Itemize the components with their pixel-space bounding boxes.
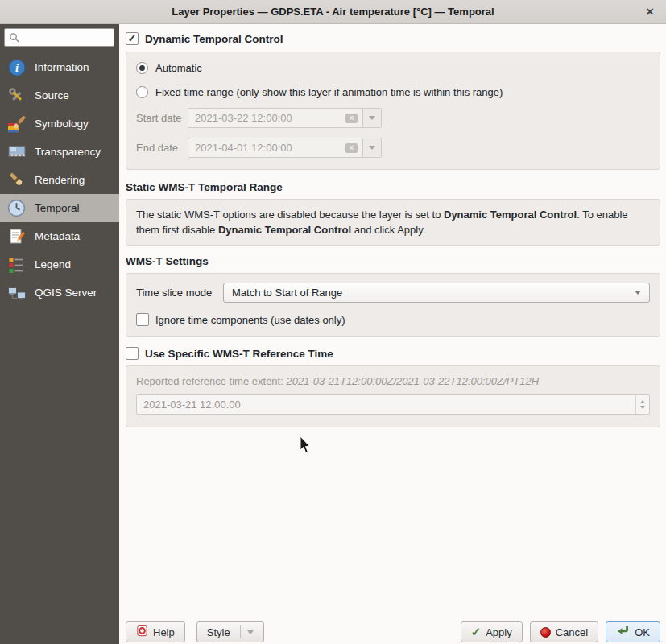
- fixed-range-radio-row: Fixed time range (only show this layer i…: [136, 86, 650, 98]
- search-wrap: [4, 28, 114, 47]
- wmst-settings-heading: WMS-T Settings: [126, 255, 660, 267]
- start-date-label: Start date: [136, 112, 188, 124]
- help-label: Help: [153, 626, 175, 638]
- search-input[interactable]: [4, 28, 114, 47]
- button-separator: [240, 625, 241, 638]
- chevron-down-icon: [247, 630, 254, 634]
- brush-icon: [6, 169, 27, 191]
- sidebar-item-source[interactable]: Source: [0, 81, 119, 109]
- reference-datetime-input: 2021-03-21 12:00:00: [136, 394, 650, 415]
- sidebar-item-symbology[interactable]: Symbology: [0, 109, 119, 138]
- cancel-label: Cancel: [556, 626, 588, 638]
- ignore-time-row: Ignore time components (use dates only): [136, 313, 650, 326]
- fixed-range-radio[interactable]: [136, 86, 148, 98]
- clock-icon: [6, 197, 27, 219]
- time-slice-combobox[interactable]: Match to Start of Range: [223, 283, 650, 303]
- end-date-label: End date: [136, 142, 188, 154]
- ok-button[interactable]: OK: [606, 621, 660, 642]
- apply-button[interactable]: ✓ Apply: [461, 621, 523, 642]
- footer-buttons: Help Style ✓ Apply Cancel OK: [126, 621, 660, 643]
- chevron-down-icon: [369, 116, 375, 120]
- automatic-label: Automatic: [155, 62, 202, 74]
- spinner-buttons: [635, 395, 649, 414]
- start-date-input: 2021-03-22 12:00:00 ×: [188, 108, 363, 128]
- time-slice-row: Time slice mode Match to Start of Range: [136, 283, 650, 303]
- info-icon: i: [6, 56, 27, 78]
- end-date-input: 2021-04-01 12:00:00 ×: [188, 138, 363, 158]
- sidebar-item-label: Source: [35, 89, 69, 101]
- end-date-value: 2021-04-01 12:00:00: [195, 142, 292, 154]
- automatic-radio-row: Automatic: [136, 62, 650, 74]
- cancel-icon: [540, 627, 551, 638]
- reference-time-group: Reported reference time extent: 2021-03-…: [126, 365, 660, 427]
- ignore-time-checkbox[interactable]: [136, 313, 149, 326]
- sidebar-item-legend[interactable]: Legend: [0, 250, 119, 279]
- footer-right: ✓ Apply Cancel OK: [461, 621, 660, 642]
- start-date-value: 2021-03-22 12:00:00: [195, 112, 292, 124]
- extent-label: Reported reference time extent:: [136, 375, 286, 387]
- temporal-panel: ✓ Dynamic Temporal Control Automatic Fix…: [119, 24, 666, 644]
- dynamic-temporal-control-row: ✓ Dynamic Temporal Control: [126, 32, 660, 45]
- ok-arrow-icon: [616, 625, 630, 638]
- sidebar: i Information Source Symbology Transpare…: [0, 24, 119, 644]
- clear-icon: ×: [345, 143, 358, 153]
- spin-up-icon: [640, 400, 645, 403]
- reference-time-checkbox[interactable]: [126, 347, 139, 360]
- static-range-message: The static WMS-T options are disabled be…: [126, 199, 660, 246]
- ok-label: OK: [635, 626, 650, 638]
- sidebar-item-label: Information: [35, 61, 89, 73]
- apply-label: Apply: [486, 626, 512, 638]
- sidebar-item-temporal[interactable]: Temporal: [0, 194, 119, 222]
- chevron-down-icon: [635, 291, 641, 295]
- check-icon: ✓: [471, 625, 482, 639]
- end-date-row: End date 2021-04-01 12:00:00 ×: [136, 138, 650, 158]
- automatic-radio[interactable]: [136, 62, 148, 74]
- help-icon: [136, 625, 148, 639]
- dynamic-temporal-control-checkbox[interactable]: ✓: [126, 32, 139, 45]
- layer-properties-dialog: Layer Properties — GDPS.ETA - Air temper…: [0, 0, 666, 644]
- time-slice-label: Time slice mode: [136, 287, 223, 299]
- sidebar-item-qgis-server[interactable]: QGIS Server: [0, 279, 119, 307]
- message-text: and click Apply.: [351, 224, 425, 236]
- start-date-field: 2021-03-22 12:00:00 ×: [188, 108, 382, 128]
- ignore-time-label: Ignore time components (use dates only): [155, 314, 345, 326]
- sidebar-item-label: Rendering: [35, 174, 85, 186]
- sidebar-item-label: Temporal: [35, 202, 80, 214]
- dialog-title: Layer Properties — GDPS.ETA - Air temper…: [172, 6, 494, 18]
- style-button[interactable]: Style: [196, 621, 264, 642]
- search-icon: [9, 32, 19, 45]
- extent-value: 2021-03-21T12:00:00Z/2021-03-22T12:00:00…: [286, 375, 539, 387]
- wmst-settings-group: Time slice mode Match to Start of Range …: [126, 273, 660, 337]
- cancel-button[interactable]: Cancel: [530, 621, 598, 642]
- paintbrush-palette-icon: [6, 113, 27, 134]
- time-slice-value: Match to Start of Range: [232, 287, 342, 299]
- sidebar-item-information[interactable]: i Information: [0, 53, 119, 81]
- fixed-range-label: Fixed time range (only show this layer i…: [155, 86, 503, 98]
- reference-datetime-value: 2021-03-21 12:00:00: [143, 398, 241, 411]
- help-button[interactable]: Help: [126, 621, 185, 642]
- extent-line: Reported reference time extent: 2021-03-…: [136, 375, 650, 387]
- legend-tree-icon: [6, 254, 27, 275]
- end-date-field: 2021-04-01 12:00:00 ×: [188, 138, 382, 158]
- static-range-heading: Static WMS-T Temporal Range: [126, 181, 660, 193]
- dynamic-control-group: Automatic Fixed time range (only show th…: [126, 52, 660, 170]
- sidebar-item-rendering[interactable]: Rendering: [0, 166, 119, 194]
- sidebar-item-metadata[interactable]: Metadata: [0, 222, 119, 250]
- sidebar-item-label: QGIS Server: [35, 287, 97, 299]
- image-icon: [6, 141, 27, 163]
- sidebar-item-transparency[interactable]: Transparency: [0, 138, 119, 166]
- sidebar-item-label: Legend: [35, 258, 71, 270]
- start-date-dropdown-button: [363, 108, 382, 128]
- message-bold: Dynamic Temporal Control: [444, 208, 577, 221]
- sidebar-item-label: Transparency: [35, 146, 101, 158]
- start-date-row: Start date 2021-03-22 12:00:00 ×: [136, 108, 650, 128]
- wrench-icon: [6, 85, 27, 106]
- message-text: The static WMS-T options are disabled be…: [136, 208, 444, 221]
- footer-left: Help Style: [126, 621, 264, 642]
- clear-icon: ×: [345, 114, 358, 123]
- document-pencil-icon: [6, 225, 27, 247]
- dynamic-temporal-control-label: Dynamic Temporal Control: [145, 33, 283, 45]
- style-label: Style: [207, 626, 230, 638]
- spin-down-icon: [640, 406, 645, 409]
- close-icon[interactable]: ×: [640, 2, 660, 22]
